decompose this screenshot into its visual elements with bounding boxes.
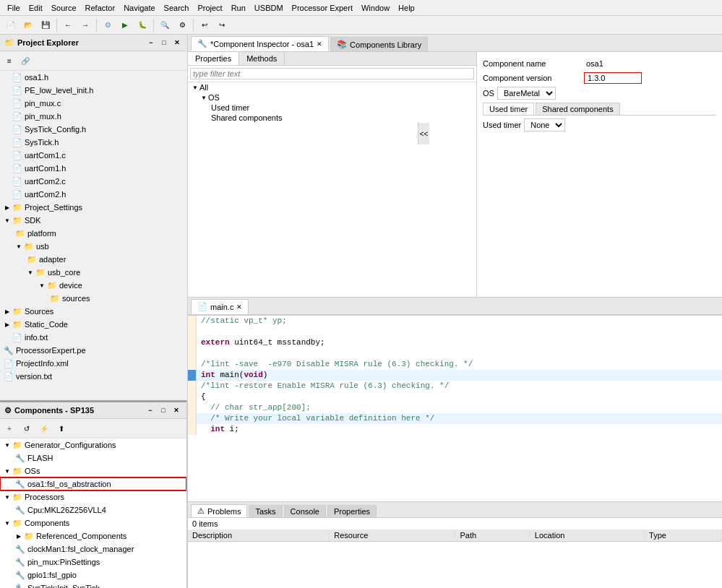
comp-pin-mux[interactable]: 🔧 pin_mux:PinSettings <box>0 555 186 568</box>
expand-arrow[interactable]: ▼ <box>3 494 12 501</box>
comp-oss[interactable]: ▼ 📁 OSs <box>0 464 186 477</box>
tree-item-version-txt[interactable]: 📄 version.txt <box>0 370 187 383</box>
inspector-tab-close[interactable]: ✕ <box>317 40 322 48</box>
tree-item-sdk[interactable]: ▼ 📁 SDK <box>0 214 187 227</box>
expand-arrow[interactable]: ▼ <box>14 243 23 250</box>
toolbar-debug[interactable]: 🐛 <box>134 17 150 33</box>
toolbar-settings[interactable]: ⚙ <box>174 17 190 33</box>
expand-arrow[interactable]: ▼ <box>26 269 35 276</box>
maximize-icon[interactable]: □ <box>158 37 170 48</box>
col-description[interactable]: Description <box>188 529 330 542</box>
inspector-tab[interactable]: 🔧 *Component Inspector - osa1 ✕ <box>191 36 329 51</box>
expand-arrow[interactable]: ▼ <box>191 85 199 91</box>
menu-file[interactable]: File <box>3 2 25 14</box>
tree-item-project-settings[interactable]: ▶ 📁 Project_Settings <box>0 201 187 214</box>
comp-refresh[interactable]: ↺ <box>19 420 35 436</box>
tasks-tab[interactable]: Tasks <box>249 505 282 517</box>
comp-osa1[interactable]: 🔧 osa1:fsl_os_abstraction <box>0 477 186 490</box>
expand-arrow[interactable]: ▶ <box>3 204 12 211</box>
props-tab-properties[interactable]: Properties <box>188 52 239 65</box>
sub-tab-shared-comps[interactable]: Shared components <box>536 103 619 115</box>
toolbar-back[interactable]: ← <box>60 17 76 33</box>
close-icon[interactable]: ✕ <box>171 405 182 416</box>
menu-processor-expert[interactable]: Processor Expert <box>288 2 357 14</box>
tree-item-usb-core[interactable]: ▼ 📁 usb_core <box>0 266 187 279</box>
os-select[interactable]: BareMetal <box>497 87 556 100</box>
explorer-link[interactable]: 🔗 <box>17 53 33 69</box>
explorer-collapse-all[interactable]: ≡ <box>1 53 17 69</box>
close-icon[interactable]: ✕ <box>171 37 183 48</box>
tree-item-pe-low[interactable]: 📄 PE_low_level_init.h <box>0 84 187 97</box>
comp-systick[interactable]: 🔧 SysTick:Init_SysTick <box>0 581 186 588</box>
col-location[interactable]: Location <box>530 529 644 542</box>
menu-refactor[interactable]: Refactor <box>81 2 120 14</box>
code-editor[interactable]: //static vp_t* yp; extern uint64_t mssta… <box>188 315 722 501</box>
expand-arrow[interactable]: ▼ <box>3 442 12 449</box>
tree-item-platform[interactable]: 📁 platform <box>0 227 187 240</box>
expand-arrow[interactable]: ▼ <box>3 520 12 527</box>
comp-cpu[interactable]: 🔧 Cpu:MKL26Z256VLL4 <box>0 503 186 516</box>
tree-item-uartcom2-c[interactable]: 📄 uartCom2.c <box>0 175 187 188</box>
props-tab-methods[interactable]: Methods <box>239 52 285 65</box>
toolbar-search[interactable]: 🔍 <box>157 17 173 33</box>
comp-components[interactable]: ▼ 📁 Components <box>0 516 186 529</box>
tree-item-project-info-xml[interactable]: 📄 ProjectInfo.xml <box>0 357 187 370</box>
menu-edit[interactable]: Edit <box>25 2 47 14</box>
menu-source[interactable]: Source <box>47 2 81 14</box>
tree-item-static-code[interactable]: ▶ 📁 Static_Code <box>0 318 187 331</box>
minimize-icon[interactable]: − <box>145 405 156 416</box>
tree-item-uartcom1-c[interactable]: 📄 uartCom1.c <box>0 149 187 162</box>
tree-item-device[interactable]: ▼ 📁 device <box>0 279 187 292</box>
comp-gpio[interactable]: 🔧 gpio1:fsl_gpio <box>0 568 186 581</box>
toolbar-build[interactable]: ⚙ <box>100 17 116 33</box>
comp-update[interactable]: ⬆ <box>53 420 69 436</box>
menu-window[interactable]: Window <box>357 2 394 14</box>
props-tree-os[interactable]: ▼ OS <box>188 92 476 103</box>
properties-tab[interactable]: Properties <box>327 505 377 517</box>
tree-item-osa1h[interactable]: 📄 osa1.h <box>0 71 187 84</box>
tree-item-uartcom2-h[interactable]: 📄 uartCom2.h <box>0 188 187 201</box>
expand-arrow[interactable]: ▶ <box>3 321 12 328</box>
comp-gen-configs[interactable]: ▼ 📁 Generator_Configurations <box>0 438 186 451</box>
expand-arrow[interactable]: ▶ <box>3 308 12 315</box>
col-resource[interactable]: Resource <box>330 529 455 542</box>
expand-arrow[interactable]: ▼ <box>38 282 46 289</box>
toolbar-forward[interactable]: → <box>77 17 93 33</box>
menu-navigate[interactable]: Navigate <box>119 2 159 14</box>
toolbar-new[interactable]: 📄 <box>3 17 19 33</box>
comp-generate[interactable]: ⚡ <box>36 420 52 436</box>
menu-search[interactable]: Search <box>160 2 194 14</box>
expand-arrow[interactable]: ▶ <box>14 533 23 540</box>
tree-item-systick-h[interactable]: 📄 SysTick.h <box>0 136 187 149</box>
props-tree-shared-comps[interactable]: Shared components <box>188 113 476 123</box>
col-type[interactable]: Type <box>645 529 722 542</box>
menu-help[interactable]: Help <box>394 2 419 14</box>
expand-arrow[interactable]: ▼ <box>3 217 12 224</box>
console-tab[interactable]: Console <box>284 505 326 517</box>
comp-flash[interactable]: 🔧 FLASH <box>0 451 186 464</box>
toolbar-redo[interactable]: ↪ <box>214 17 230 33</box>
props-tree-used-timer[interactable]: Used timer <box>188 103 476 113</box>
components-library-tab[interactable]: 📚 Components Library <box>330 37 428 51</box>
col-path[interactable]: Path <box>455 529 530 542</box>
sub-tab-used-timer[interactable]: Used timer <box>483 103 534 115</box>
comp-clockman[interactable]: 🔧 clockMan1:fsl_clock_manager <box>0 542 186 555</box>
component-version-value[interactable]: 1.3.0 <box>584 72 642 84</box>
tree-item-adapter[interactable]: 📁 adapter <box>0 253 187 266</box>
menu-run[interactable]: Run <box>227 2 250 14</box>
toolbar-open[interactable]: 📂 <box>20 17 36 33</box>
comp-processors[interactable]: ▼ 📁 Processors <box>0 490 186 503</box>
minimize-icon[interactable]: − <box>145 37 157 48</box>
menu-usbdm[interactable]: USBDM <box>250 2 288 14</box>
comp-add[interactable]: + <box>1 420 17 436</box>
tree-item-pin-mux-h[interactable]: 📄 pin_mux.h <box>0 110 187 123</box>
collapse-btn[interactable]: << <box>418 123 429 144</box>
tree-item-pin-mux-c[interactable]: 📄 pin_mux.c <box>0 97 187 110</box>
comp-referenced[interactable]: ▶ 📁 Referenced_Components <box>0 529 186 542</box>
tree-item-processor-expert-pe[interactable]: 🔧 ProcessorExpert.pe <box>0 344 187 357</box>
tree-item-info-txt[interactable]: 📄 info.txt <box>0 331 187 344</box>
code-tab-main-c[interactable]: 📄 main.c ✕ <box>191 299 249 314</box>
tree-item-usb[interactable]: ▼ 📁 usb <box>0 240 187 253</box>
menu-project[interactable]: Project <box>193 2 226 14</box>
toolbar-save[interactable]: 💾 <box>38 17 53 33</box>
